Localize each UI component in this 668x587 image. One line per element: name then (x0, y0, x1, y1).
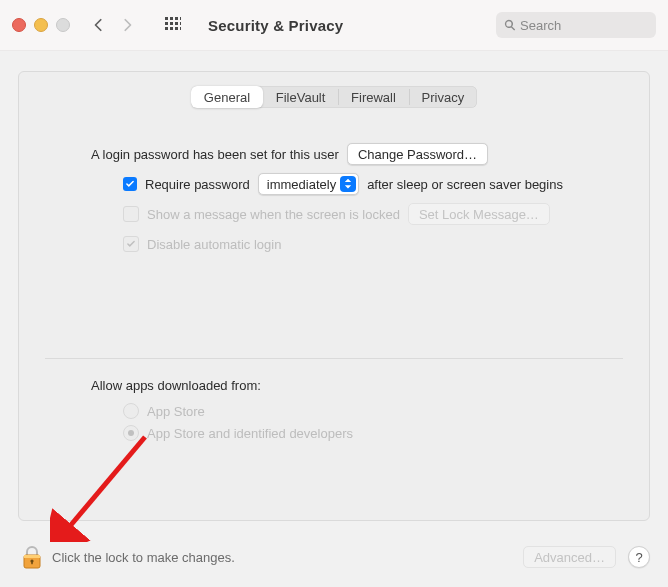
login-section: A login password has been set for this u… (19, 108, 649, 256)
svg-rect-8 (165, 27, 168, 30)
show-lock-message-checkbox (123, 206, 139, 222)
tab-general[interactable]: General (191, 86, 263, 108)
change-password-button[interactable]: Change Password… (347, 143, 488, 165)
toolbar: Security & Privacy (0, 0, 668, 51)
gatekeeper-section: Allow apps downloaded from: App Store Ap… (91, 378, 603, 441)
window-controls (12, 18, 70, 32)
login-password-row: A login password has been set for this u… (91, 142, 603, 166)
svg-rect-9 (170, 27, 173, 30)
lock-text: Click the lock to make changes. (52, 550, 235, 565)
forward-button (114, 12, 140, 38)
radio-identified-developers (123, 425, 139, 441)
back-button[interactable] (86, 12, 112, 38)
show-lock-message-row: Show a message when the screen is locked… (123, 202, 603, 226)
login-password-text: A login password has been set for this u… (91, 147, 339, 162)
disable-auto-login-row: Disable automatic login (123, 232, 603, 256)
footer-right: Advanced… ? (523, 546, 650, 568)
tab-label: Privacy (422, 90, 465, 105)
require-password-label: Require password (145, 177, 250, 192)
button-label: Advanced… (534, 550, 605, 565)
gatekeeper-option-identified: App Store and identified developers (123, 425, 603, 441)
check-icon (125, 179, 135, 189)
svg-rect-1 (170, 17, 173, 20)
close-window-icon[interactable] (12, 18, 26, 32)
disable-auto-login-label: Disable automatic login (147, 237, 281, 252)
lock-icon (22, 545, 42, 569)
show-lock-message-label: Show a message when the screen is locked (147, 207, 400, 222)
chevron-left-icon (92, 18, 106, 32)
help-button[interactable]: ? (628, 546, 650, 568)
svg-rect-4 (165, 22, 168, 25)
tab-label: General (204, 90, 250, 105)
svg-rect-2 (175, 17, 178, 20)
content-wrap: General FileVault Firewall Privacy A log… (0, 51, 668, 521)
divider (45, 358, 623, 359)
svg-rect-5 (170, 22, 173, 25)
svg-rect-6 (175, 22, 178, 25)
minimize-window-icon[interactable] (34, 18, 48, 32)
svg-rect-3 (180, 17, 181, 20)
chevron-right-icon (120, 18, 134, 32)
require-password-checkbox[interactable] (123, 177, 137, 191)
tab-label: FileVault (276, 90, 326, 105)
svg-rect-15 (31, 561, 33, 564)
grid-icon (165, 17, 181, 33)
tab-filevault[interactable]: FileVault (263, 86, 338, 108)
svg-rect-13 (24, 555, 40, 558)
gatekeeper-option-appstore: App Store (123, 403, 603, 419)
lock-region[interactable]: Click the lock to make changes. (22, 545, 235, 569)
svg-rect-10 (175, 27, 178, 30)
tab-privacy[interactable]: Privacy (409, 86, 477, 108)
gatekeeper-heading: Allow apps downloaded from: (91, 378, 603, 393)
require-password-delay-dropdown[interactable]: immediately (258, 173, 359, 195)
search-icon (504, 19, 516, 31)
advanced-button: Advanced… (523, 546, 616, 568)
require-password-row: Require password immediately after sleep… (123, 172, 603, 196)
show-all-prefs-button[interactable] (160, 12, 186, 38)
content-pane: General FileVault Firewall Privacy A log… (18, 71, 650, 521)
after-sleep-text: after sleep or screen saver begins (367, 177, 563, 192)
tab-firewall[interactable]: Firewall (338, 86, 408, 108)
disable-auto-login-checkbox (123, 236, 139, 252)
button-label: Change Password… (358, 147, 477, 162)
tabs: General FileVault Firewall Privacy (191, 86, 477, 108)
dropdown-value: immediately (267, 177, 336, 192)
window-title: Security & Privacy (208, 17, 343, 34)
zoom-window-icon (56, 18, 70, 32)
set-lock-message-button: Set Lock Message… (408, 203, 550, 225)
radio-app-store (123, 403, 139, 419)
tab-label: Firewall (351, 90, 396, 105)
check-icon (126, 239, 136, 249)
footer: Click the lock to make changes. Advanced… (0, 545, 668, 587)
radio-label: App Store (147, 404, 205, 419)
radio-label: App Store and identified developers (147, 426, 353, 441)
nav-arrows (86, 12, 140, 38)
svg-rect-0 (165, 17, 168, 20)
search-field-wrap[interactable] (496, 12, 656, 38)
button-label: Set Lock Message… (419, 207, 539, 222)
search-input[interactable] (496, 12, 656, 38)
svg-rect-11 (180, 27, 181, 30)
svg-rect-7 (180, 22, 181, 25)
dropdown-arrows-icon (340, 176, 356, 192)
